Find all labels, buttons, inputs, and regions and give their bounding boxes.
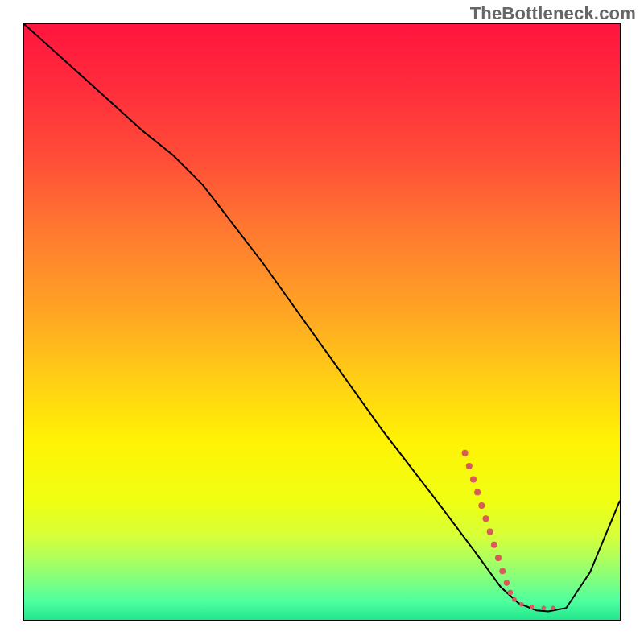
gradient-background bbox=[24, 24, 620, 620]
svg-point-11 bbox=[508, 590, 513, 595]
watermark-text: TheBottleneck.com bbox=[470, 3, 636, 24]
svg-point-6 bbox=[487, 529, 493, 535]
chart-root: TheBottleneck.com bbox=[0, 0, 644, 644]
svg-point-14 bbox=[530, 605, 534, 609]
svg-point-12 bbox=[512, 597, 517, 602]
svg-point-16 bbox=[551, 606, 555, 610]
svg-point-0 bbox=[462, 450, 469, 456]
plot-svg bbox=[24, 24, 620, 620]
svg-point-9 bbox=[499, 568, 506, 574]
svg-point-10 bbox=[504, 580, 510, 586]
svg-point-4 bbox=[478, 502, 485, 509]
plot-area bbox=[23, 23, 621, 621]
svg-point-2 bbox=[470, 476, 477, 482]
svg-point-13 bbox=[519, 602, 523, 606]
svg-point-5 bbox=[483, 515, 489, 522]
svg-point-15 bbox=[542, 606, 546, 610]
svg-point-8 bbox=[495, 555, 502, 561]
svg-point-3 bbox=[474, 489, 481, 496]
svg-point-7 bbox=[491, 542, 497, 548]
svg-point-1 bbox=[466, 463, 473, 469]
